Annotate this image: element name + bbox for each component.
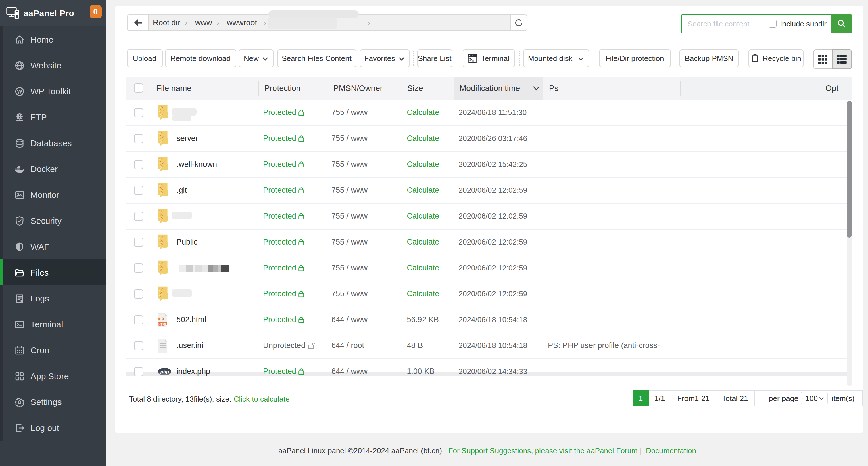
svg-text:HTML: HTML — [158, 323, 167, 326]
svg-text:php: php — [160, 369, 169, 374]
